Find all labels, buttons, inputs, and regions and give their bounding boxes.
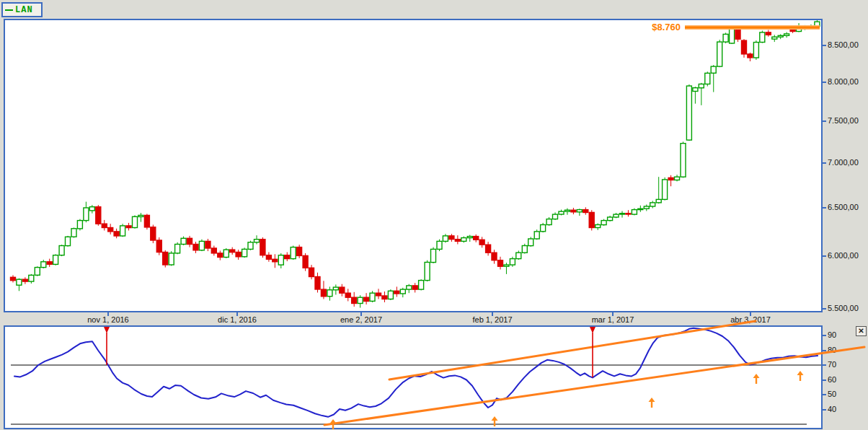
candle — [303, 253, 308, 271]
candle — [187, 236, 192, 247]
date-tick-label: dic 1, 2016 — [218, 315, 257, 324]
candle — [327, 286, 332, 300]
candle — [22, 277, 27, 284]
candle — [498, 257, 503, 270]
date-tick-label: mar 1, 2017 — [592, 315, 634, 324]
candle — [449, 234, 454, 242]
resistance-price-label: $8.760 — [619, 22, 681, 32]
candle — [218, 250, 223, 260]
candle — [382, 291, 387, 302]
candle — [553, 212, 558, 220]
candle — [455, 235, 460, 244]
candle — [175, 242, 180, 255]
candle — [66, 236, 71, 247]
candle — [486, 242, 491, 255]
chart-window: LAN $8.760 8.500,008.000,007.500,007.000… — [0, 0, 868, 430]
indicator-tick-label: 40 — [828, 405, 836, 413]
price-tick — [823, 45, 826, 46]
candle — [11, 275, 16, 282]
candle — [461, 237, 466, 243]
candle — [644, 205, 649, 211]
candle — [236, 250, 241, 260]
candle — [193, 242, 198, 253]
candle — [291, 246, 296, 260]
symbol-legend-chip[interactable]: LAN — [1, 2, 43, 17]
indicator-tick-label: 90 — [828, 330, 836, 339]
candle — [699, 83, 704, 105]
candle — [126, 223, 131, 231]
indicator-tick-label: 50 — [828, 390, 836, 398]
candle — [650, 201, 655, 208]
candle — [71, 228, 76, 238]
candle — [407, 284, 412, 294]
candle — [138, 213, 143, 222]
candle — [321, 281, 326, 299]
date-tick-label: abr 3, 2017 — [730, 315, 771, 324]
candle — [681, 141, 686, 177]
candle — [114, 229, 119, 239]
candle — [577, 209, 582, 216]
candle — [96, 205, 101, 226]
price-tick — [823, 207, 826, 209]
candle — [144, 214, 149, 229]
price-tick — [823, 255, 826, 257]
candle — [541, 223, 546, 232]
candle — [345, 289, 350, 301]
indicator-tick — [823, 335, 826, 336]
candle — [663, 177, 668, 201]
rsi-line — [14, 328, 818, 417]
candle — [273, 254, 278, 268]
candle — [17, 278, 22, 291]
oscillator-chart — [5, 327, 821, 428]
candle — [693, 87, 698, 104]
candle — [626, 210, 631, 216]
candle — [595, 224, 601, 230]
indicator-panel[interactable] — [4, 325, 823, 429]
candle — [431, 247, 436, 263]
candle — [425, 260, 430, 281]
candle — [102, 220, 107, 231]
candle — [443, 234, 448, 242]
candle — [77, 219, 82, 231]
candle — [211, 246, 216, 256]
indicator-tick — [823, 350, 826, 351]
candle — [89, 205, 94, 214]
candle — [35, 266, 40, 276]
candle — [120, 224, 125, 237]
date-tick-label: feb 1, 2017 — [472, 315, 512, 324]
candle — [601, 219, 606, 226]
close-indicator-button[interactable]: ✕ — [856, 326, 867, 336]
candle — [492, 250, 497, 264]
price-tick — [823, 162, 826, 164]
candle — [516, 250, 521, 260]
price-tick-label: 6.000,00 — [828, 251, 859, 260]
indicator-tick — [823, 409, 826, 411]
candle — [638, 206, 643, 212]
candle — [242, 247, 247, 258]
candle — [534, 229, 539, 240]
date-tick-label: nov 1, 2016 — [87, 315, 129, 324]
candle — [352, 292, 357, 307]
candle — [340, 284, 345, 297]
candle — [394, 286, 399, 297]
candle — [388, 289, 393, 300]
candle — [705, 71, 710, 86]
candle — [546, 217, 552, 226]
candle — [358, 295, 363, 307]
candle — [686, 84, 691, 141]
candle — [223, 248, 229, 258]
candle — [169, 251, 174, 266]
price-tick-label: 7.500,00 — [828, 116, 859, 125]
candle — [151, 225, 156, 244]
candle — [181, 237, 186, 245]
candle — [84, 202, 89, 223]
candle — [753, 40, 758, 60]
candle — [370, 291, 375, 302]
candle — [41, 260, 46, 268]
price-tick-label: 6.500,00 — [828, 203, 859, 211]
indicator-tick-label: 70 — [828, 360, 836, 369]
candle — [620, 211, 625, 218]
price-chart-panel[interactable] — [4, 19, 823, 312]
close-icon: ✕ — [858, 327, 864, 335]
candle — [285, 253, 290, 262]
